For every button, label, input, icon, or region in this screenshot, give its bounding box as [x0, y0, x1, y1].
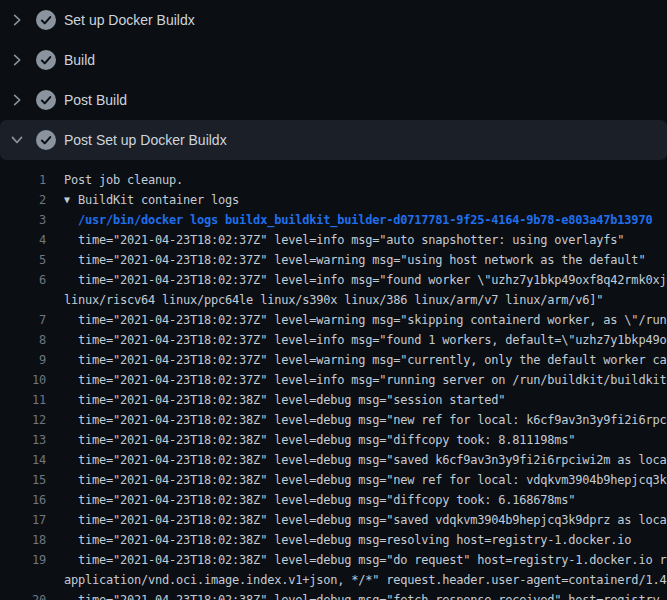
step-header-set-up-docker-buildx[interactable]: Set up Docker Buildx — [0, 0, 667, 40]
log-text: time="2021-04-23T18:02:38Z" level=debug … — [64, 510, 667, 530]
step-header-post-set-up-docker-buildx[interactable]: Post Set up Docker Buildx — [0, 120, 667, 160]
log-text: time="2021-04-23T18:02:38Z" level=debug … — [64, 470, 667, 490]
check-circle-icon — [36, 50, 56, 70]
actions-log-viewer: Set up Docker BuildxBuildPost BuildPost … — [0, 0, 667, 600]
step-header-post-build[interactable]: Post Build — [0, 80, 667, 120]
check-circle-icon — [36, 10, 56, 30]
line-number[interactable]: 2 — [0, 190, 46, 210]
line-number[interactable]: 5 — [0, 250, 46, 270]
log-text: time="2021-04-23T18:02:37Z" level=warnin… — [64, 250, 645, 270]
log-line-2: 2▼BuildKit container logs — [0, 190, 667, 210]
log-text: time="2021-04-23T18:02:38Z" level=debug … — [64, 530, 631, 550]
log-line-11: 11 time="2021-04-23T18:02:38Z" level=deb… — [0, 390, 667, 410]
log-line-3: 3 /usr/bin/docker logs buildx_buildkit_b… — [0, 210, 667, 230]
log-command-text: /usr/bin/docker logs buildx_buildkit_bui… — [64, 210, 652, 230]
log-line-7: 7 time="2021-04-23T18:02:37Z" level=warn… — [0, 310, 667, 330]
line-number[interactable]: 8 — [0, 330, 46, 350]
line-number[interactable]: 18 — [0, 530, 46, 550]
check-circle-icon — [36, 130, 56, 150]
log-text: linux/riscv64 linux/ppc64le linux/s390x … — [64, 290, 603, 310]
log-text: application/vnd.oci.image.index.v1+json,… — [64, 570, 667, 590]
log-line-8: 8 time="2021-04-23T18:02:37Z" level=info… — [0, 330, 667, 350]
group-collapse-triangle-icon: ▼ — [64, 190, 78, 210]
line-number[interactable]: 7 — [0, 310, 46, 330]
log-text: time="2021-04-23T18:02:37Z" level=info m… — [64, 370, 667, 390]
line-number[interactable]: 13 — [0, 430, 46, 450]
log-text: time="2021-04-23T18:02:38Z" level=debug … — [64, 490, 575, 510]
line-number[interactable]: 16 — [0, 490, 46, 510]
log-text: time="2021-04-23T18:02:38Z" level=debug … — [64, 450, 667, 470]
log-line-14: 14 time="2021-04-23T18:02:38Z" level=deb… — [0, 450, 667, 470]
line-number[interactable]: 11 — [0, 390, 46, 410]
line-number[interactable]: 14 — [0, 450, 46, 470]
line-number[interactable]: 1 — [0, 170, 46, 190]
log-line-20: 20 time="2021-04-23T18:02:38Z" level=deb… — [0, 590, 667, 600]
log-line-5: 5 time="2021-04-23T18:02:37Z" level=warn… — [0, 250, 667, 270]
log-line-18: 18 time="2021-04-23T18:02:38Z" level=deb… — [0, 530, 667, 550]
log-text: time="2021-04-23T18:02:37Z" level=info m… — [64, 230, 624, 250]
log-line-12: 12 time="2021-04-23T18:02:38Z" level=deb… — [0, 410, 667, 430]
log-text: time="2021-04-23T18:02:37Z" level=warnin… — [64, 350, 667, 370]
step-label: Set up Docker Buildx — [64, 12, 195, 28]
line-number — [0, 290, 46, 310]
log-text: Post job cleanup. — [64, 170, 183, 190]
log-line-wrap: linux/riscv64 linux/ppc64le linux/s390x … — [0, 290, 667, 310]
line-number[interactable]: 15 — [0, 470, 46, 490]
log-text: time="2021-04-23T18:02:37Z" level=info m… — [64, 330, 667, 350]
chevron-right-icon — [10, 12, 24, 28]
log-line-6: 6 time="2021-04-23T18:02:37Z" level=info… — [0, 270, 667, 290]
log-text: time="2021-04-23T18:02:38Z" level=debug … — [64, 410, 667, 430]
line-number[interactable]: 19 — [0, 550, 46, 570]
group-label: BuildKit container logs — [78, 193, 239, 207]
log-area: 1Post job cleanup.2▼BuildKit container l… — [0, 160, 667, 600]
chevron-right-icon — [10, 92, 24, 108]
line-number — [0, 570, 46, 590]
log-line-19: 19 time="2021-04-23T18:02:38Z" level=deb… — [0, 550, 667, 570]
line-number[interactable]: 20 — [0, 590, 46, 600]
step-label: Post Set up Docker Buildx — [64, 132, 227, 148]
log-line-wrap: application/vnd.oci.image.index.v1+json,… — [0, 570, 667, 590]
log-text: time="2021-04-23T18:02:38Z" level=debug … — [64, 590, 667, 600]
log-text: time="2021-04-23T18:02:37Z" level=info m… — [64, 270, 667, 290]
log-text: time="2021-04-23T18:02:38Z" level=debug … — [64, 430, 575, 450]
log-line-13: 13 time="2021-04-23T18:02:38Z" level=deb… — [0, 430, 667, 450]
log-line-17: 17 time="2021-04-23T18:02:38Z" level=deb… — [0, 510, 667, 530]
line-number[interactable]: 9 — [0, 350, 46, 370]
step-label: Build — [64, 52, 95, 68]
log-line-15: 15 time="2021-04-23T18:02:38Z" level=deb… — [0, 470, 667, 490]
log-line-4: 4 time="2021-04-23T18:02:37Z" level=info… — [0, 230, 667, 250]
line-number[interactable]: 4 — [0, 230, 46, 250]
log-text: time="2021-04-23T18:02:37Z" level=warnin… — [64, 310, 667, 330]
step-header-build[interactable]: Build — [0, 40, 667, 80]
check-circle-icon — [36, 90, 56, 110]
step-list: Set up Docker BuildxBuildPost BuildPost … — [0, 0, 667, 160]
log-line-10: 10 time="2021-04-23T18:02:37Z" level=inf… — [0, 370, 667, 390]
chevron-right-icon — [10, 52, 24, 68]
line-number[interactable]: 17 — [0, 510, 46, 530]
line-number[interactable]: 12 — [0, 410, 46, 430]
chevron-down-icon — [10, 132, 24, 148]
log-line-1: 1Post job cleanup. — [0, 170, 667, 190]
log-text: time="2021-04-23T18:02:38Z" level=debug … — [64, 550, 667, 570]
log-text: time="2021-04-23T18:02:38Z" level=debug … — [64, 390, 505, 410]
step-label: Post Build — [64, 92, 127, 108]
log-text[interactable]: ▼BuildKit container logs — [64, 190, 239, 210]
log-line-16: 16 time="2021-04-23T18:02:38Z" level=deb… — [0, 490, 667, 510]
log-line-9: 9 time="2021-04-23T18:02:37Z" level=warn… — [0, 350, 667, 370]
line-number[interactable]: 3 — [0, 210, 46, 230]
line-number[interactable]: 6 — [0, 270, 46, 290]
line-number[interactable]: 10 — [0, 370, 46, 390]
